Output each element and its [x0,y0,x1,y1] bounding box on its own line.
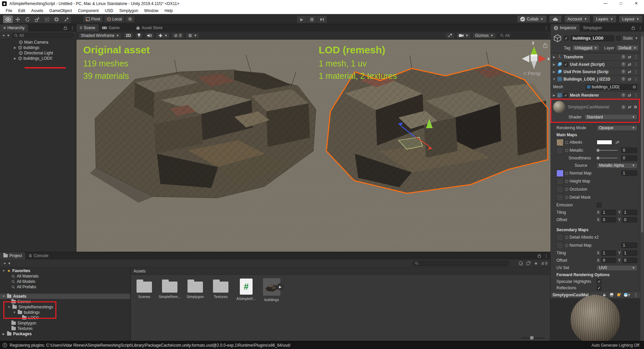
preview-menu-icon[interactable]: ⋮ [634,292,638,297]
texture-picker-icon[interactable] [565,180,568,183]
asset-item-simpleremeshings[interactable]: SimpleRem... [157,278,182,302]
tree-simplygon[interactable]: Simplygon [0,320,130,326]
create-button[interactable]: ＋ ▼ [3,260,11,266]
menu-help[interactable]: Help [162,7,176,14]
help-icon[interactable]: ? [621,77,626,81]
project-menu-icon[interactable]: ⋮ [544,253,548,258]
tree-all-materials[interactable]: All Materials [0,273,130,279]
collab-button[interactable]: Collab ▼ [517,15,547,23]
tag-dropdown[interactable]: Untagged ▼ [572,45,599,51]
gizmo-y-label[interactable]: y [532,40,534,45]
texture-picker-icon[interactable] [565,188,568,191]
create-button[interactable]: ＋ ▼ [2,33,10,38]
search-by-label-icon[interactable] [526,261,531,265]
tree-textures[interactable]: Textures [0,326,130,331]
gameobject-icon[interactable] [553,34,562,43]
secondary-tiling-y-field[interactable]: 1 [623,250,637,256]
lock-icon[interactable] [632,26,635,30]
tab-scene[interactable]: # Scene [76,24,99,32]
smoothness-slider[interactable] [597,158,618,158]
uv-set-dropdown[interactable]: UV0▼ [597,265,637,271]
search-by-type-icon[interactable] [519,261,523,265]
metallic-value-field[interactable]: 0 [621,148,637,153]
asset-item-simplygon[interactable]: Simplygon [182,278,208,302]
texture-picker-icon[interactable] [565,236,568,239]
help-icon[interactable]: ? [621,55,626,59]
source-dropdown[interactable]: Metallic Alpha▼ [597,163,637,168]
asset-item-textures[interactable]: Textures [208,278,233,302]
hidden-packages-count[interactable]: ⊘9 [541,261,547,266]
component-menu-icon[interactable]: ⋮ [634,54,638,59]
reflections-checkbox[interactable]: ✓ [597,286,601,290]
hierarchy-item-buildings-lod0[interactable]: ▶ buildings_LOD0 [0,56,76,61]
custom-tool-button[interactable] [61,15,71,23]
static-checkbox[interactable] [616,36,621,41]
detail-mask-texture-thumb[interactable] [556,194,564,201]
texture-picker-icon[interactable] [565,196,568,199]
object-name-field[interactable]: buildings_LOD0 [571,35,614,41]
preset-icon[interactable]: ⇄ [628,55,631,59]
menu-edit[interactable]: Edit [15,7,28,14]
local-toggle[interactable]: Local [104,15,125,23]
scene-search-input[interactable]: All [498,33,548,38]
foldout-closed-icon[interactable]: ▶ [552,94,556,97]
texture-picker-icon[interactable] [565,244,568,247]
view-tool-button[interactable] [3,15,13,23]
inspector-scrollbar[interactable] [640,32,644,341]
tab-project[interactable]: Project [0,252,25,259]
layer-dropdown[interactable]: Default ▼ [616,45,639,51]
tab-console[interactable]: ≣ Console [25,252,52,259]
audio-toggle[interactable] [145,33,154,39]
foldout-closed-icon[interactable]: ▶ [552,70,556,73]
foldout-closed-icon[interactable]: ▶ [552,55,556,59]
gizmo-x-label[interactable]: x [547,56,550,61]
component-usd-prim-source[interactable]: ▶ Usd Prim Source (Scrip ?⇄⋮ [550,68,640,75]
tiling-x-field[interactable]: 1 [601,210,616,215]
tree-all-prefabs[interactable]: All Prefabs [0,284,130,290]
albedo-texture-thumb[interactable] [556,139,564,146]
asset-item-scenes[interactable]: Scenes [131,278,157,302]
metallic-texture-thumb[interactable] [556,147,564,154]
component-usd-asset[interactable]: ▶ ✓ Usd Asset (Script) ?⇄⋮ [550,60,640,68]
texture-picker-icon[interactable] [565,172,568,175]
tab-inspector[interactable]: i Inspector [550,24,580,32]
component-menu-icon[interactable]: ⋮ [634,62,638,67]
scene-orientation-gizmo[interactable] [522,46,546,69]
occlusion-texture-thumb[interactable] [556,186,564,193]
pause-button[interactable] [307,15,317,23]
component-enabled-checkbox[interactable]: ✓ [564,93,568,98]
menu-window[interactable]: Window [141,7,162,14]
play-button[interactable]: ▶ [297,15,307,23]
metallic-slider[interactable] [597,150,618,151]
preview-environment-button[interactable]: ▼ [624,292,631,298]
menu-file[interactable]: File [3,7,15,14]
tiling-y-field[interactable]: 1 [623,210,637,215]
secondary-tiling-x-field[interactable]: 1 [601,250,616,256]
tab-hierarchy[interactable]: ≡ Hierarchy [0,24,28,32]
lock-icon[interactable] [538,254,541,258]
component-mesh-filter[interactable]: ▼ Buildings_LOD0_j I2Z1D ?⇄⋮ [550,75,640,83]
scene-panel-menu-icon[interactable]: ⋮ [544,26,548,31]
hierarchy-item-directional-light[interactable]: Directional Light [0,50,76,56]
thumbnail-zoom-slider[interactable] [521,338,545,338]
preset-icon[interactable]: ⇄ [628,93,631,98]
texture-picker-icon[interactable] [565,149,568,152]
specular-highlights-checkbox[interactable]: ✓ [597,279,601,284]
component-enabled-checkbox[interactable]: ✓ [564,62,568,67]
gizmos-dropdown[interactable]: Gizmos ▼ [473,33,496,39]
mesh-object-field[interactable]: buildings_LOD( ⊙ [586,84,637,90]
secondary-offset-x-field[interactable]: 0 [601,258,616,263]
menu-simplygon[interactable]: Simplygon [116,7,141,14]
layout-dropdown[interactable]: Layout ▼ [619,15,643,23]
rect-tool-button[interactable] [42,15,52,23]
status-message[interactable]: Registering plugins: C:\Users\Vidar Rinn… [10,343,290,348]
tab-asset-store[interactable]: Asset Store [133,24,166,32]
material-preview-thumb[interactable] [553,101,565,113]
hierarchy-item-main-camera[interactable]: Main Camera [0,40,76,45]
pivot-toggle[interactable]: Pivot [83,15,103,23]
offset-y-field[interactable]: 0 [623,217,637,222]
foldout-closed-icon[interactable]: ▶ [13,57,17,60]
rotate-tool-button[interactable] [22,15,32,23]
static-dropdown-icon[interactable]: ▼ [635,37,638,40]
scene-camera-dropdown[interactable]: ▼ [457,33,471,39]
